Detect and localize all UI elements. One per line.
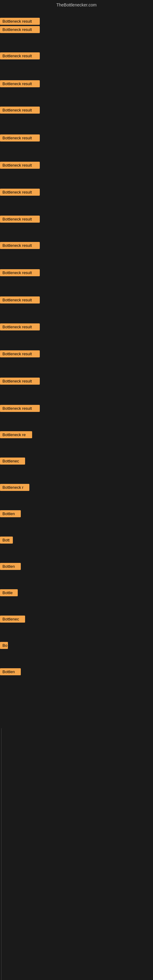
bottleneck-result-item: Bottleneck result [0,18,40,25]
site-header: TheBottlenecker.com [0,0,153,9]
bottleneck-result-item: Bottleneck result [0,378,40,385]
bottleneck-result-item: Bottleneck result [0,269,40,276]
bottleneck-result-item: Bottleneck result [0,189,40,196]
bottleneck-result-item: Bottleneck result [0,107,40,114]
bottleneck-result-item: Bottleneck re [0,431,32,438]
bottleneck-result-item: Bottleneck result [0,162,40,169]
bottleneck-result-item: Bottleneck result [0,296,40,304]
bottleneck-result-item: Bottlenec [0,616,25,623]
bottleneck-result-item: Bo [0,642,8,649]
bottleneck-result-item: Bottleneck result [0,216,40,223]
bottleneck-result-item: Bottlen [0,563,21,570]
bottleneck-result-item: Bottlen [0,510,21,517]
bottleneck-result-item: Bottleneck result [0,350,40,357]
bottleneck-result-item: Bottleneck result [0,80,40,87]
bottleneck-result-item: Bottle [0,589,18,596]
vertical-separator-line [1,728,2,980]
bottleneck-result-item: Bottleneck result [0,405,40,412]
bottleneck-result-item: Bottlen [0,668,21,675]
bottleneck-result-item: Bottleneck result [0,134,40,142]
site-title: TheBottlenecker.com [56,2,97,7]
bottleneck-result-item: Bottlenec [0,458,25,465]
bottleneck-result-item: Bott [0,536,13,544]
bottleneck-result-item: Bottleneck result [0,323,40,331]
bottleneck-result-item: Bottleneck r [0,484,29,491]
bottleneck-result-item: Bottleneck result [0,242,40,249]
bottleneck-result-item: Bottleneck result [0,52,40,59]
bottleneck-result-item: Bottleneck result [0,26,40,33]
